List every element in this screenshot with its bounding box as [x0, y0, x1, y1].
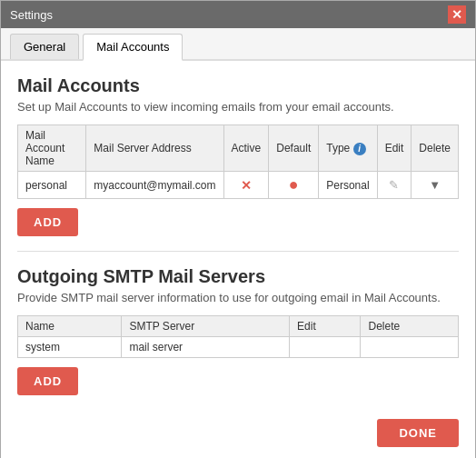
window-title: Settings [10, 8, 53, 22]
active-icon: ✕ [241, 178, 252, 193]
done-button[interactable]: DONE [377, 419, 459, 447]
table-row: personal myaccount@mymail.com ✕ ● Person… [18, 172, 459, 199]
col-header-delete: Delete [412, 125, 459, 172]
edit-icon[interactable]: ✎ [389, 178, 399, 192]
mail-accounts-title: Mail Accounts [17, 75, 459, 96]
col-header-edit: Edit [377, 125, 412, 172]
smtp-title: Outgoing SMTP Mail Servers [17, 266, 459, 287]
settings-window: Settings ✕ General Mail Accounts Mail Ac… [0, 0, 476, 458]
mail-accounts-table: Mail Account Name Mail Server Address Ac… [17, 124, 459, 199]
smtp-add-button[interactable]: ADD [17, 367, 78, 395]
col-header-server: Mail Server Address [86, 125, 223, 172]
account-edit-cell[interactable]: ✎ [377, 172, 412, 199]
smtp-table-row: system mail server [18, 337, 459, 358]
account-server: myaccount@mymail.com [86, 172, 223, 199]
smtp-desc: Provide SMTP mail server information to … [17, 291, 459, 304]
type-info-icon[interactable]: i [353, 143, 366, 155]
tab-mail-accounts[interactable]: Mail Accounts [83, 34, 183, 61]
section-divider [17, 251, 459, 252]
close-button[interactable]: ✕ [448, 5, 466, 24]
smtp-col-server: SMTP Server [122, 316, 290, 337]
smtp-col-edit: Edit [290, 316, 361, 337]
smtp-table: Name SMTP Server Edit Delete system mail… [17, 315, 459, 358]
smtp-col-delete: Delete [361, 316, 459, 337]
col-header-default: Default [269, 125, 319, 172]
mail-accounts-add-button[interactable]: ADD [17, 208, 78, 236]
col-header-name: Mail Account Name [18, 125, 86, 172]
account-name: personal [18, 172, 86, 199]
main-content: Mail Accounts Set up Mail Accounts to vi… [1, 61, 475, 410]
account-type: Personal [319, 172, 377, 199]
tabs-bar: General Mail Accounts [1, 28, 475, 61]
smtp-name: system [18, 337, 122, 358]
smtp-server: mail server [122, 337, 290, 358]
default-icon: ● [289, 175, 299, 194]
tab-general[interactable]: General [10, 34, 79, 59]
footer: DONE [1, 410, 475, 458]
mail-accounts-desc: Set up Mail Accounts to view incoming em… [17, 100, 459, 114]
account-delete-cell[interactable]: ▼ [412, 172, 459, 199]
smtp-edit-cell[interactable] [290, 337, 361, 358]
col-header-active: Active [223, 125, 269, 172]
account-default: ● [269, 172, 319, 199]
col-header-type: Type i [319, 125, 377, 172]
smtp-delete-cell[interactable] [361, 337, 459, 358]
delete-icon[interactable]: ▼ [429, 178, 441, 192]
smtp-col-name: Name [18, 316, 122, 337]
title-bar: Settings ✕ [1, 1, 475, 28]
account-active: ✕ [223, 172, 269, 199]
